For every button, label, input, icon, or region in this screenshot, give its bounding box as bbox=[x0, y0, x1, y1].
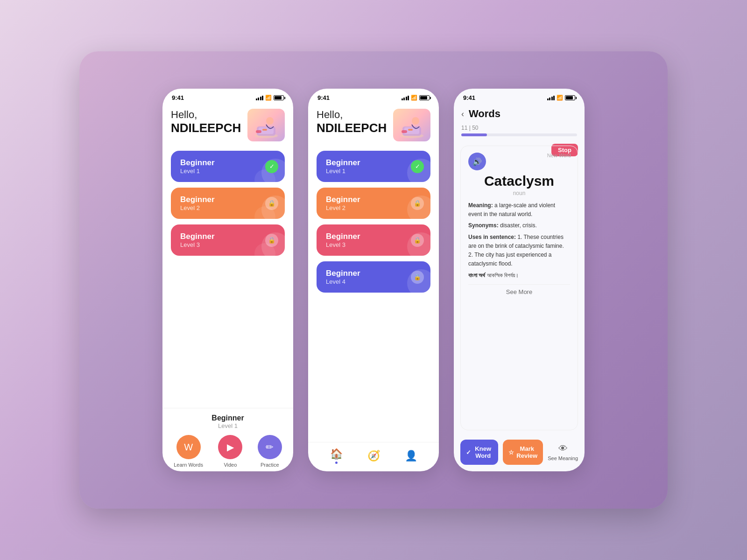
level-card-2-3[interactable]: Beginner Level 3 🔒 bbox=[317, 224, 430, 256]
username-1: NDILEEPCH bbox=[171, 121, 241, 135]
greeting-1: Hello, bbox=[171, 109, 241, 121]
progress-label: 11 | 50 bbox=[461, 125, 577, 131]
hello-section-2: Hello, NDILEEPCH bbox=[317, 109, 430, 141]
bottom-level-sub: Level 1 bbox=[166, 422, 289, 429]
level-title-2-2: Beginner bbox=[326, 195, 421, 204]
learn-words-btn[interactable]: W Learn Words bbox=[174, 435, 203, 468]
phone-1: 9:41 📶 Hello, NDILEEPCH bbox=[162, 89, 293, 471]
status-icons-3: 📶 bbox=[547, 95, 576, 101]
battery-icon-2 bbox=[419, 95, 430, 100]
svg-rect-10 bbox=[402, 130, 407, 133]
outer-card: 9:41 📶 Hello, NDILEEPCH bbox=[79, 51, 668, 509]
greeting-2: Hello, bbox=[317, 109, 387, 121]
see-meaning-button[interactable]: 👁 See Meaning bbox=[548, 443, 578, 461]
video-icon: ▶ bbox=[218, 435, 242, 459]
badge-1-3: 🔒 bbox=[265, 234, 278, 247]
back-button[interactable]: ‹ bbox=[461, 109, 464, 119]
username-2: NDILEEPCH bbox=[317, 121, 387, 135]
wifi-icon-2: 📶 bbox=[411, 95, 417, 101]
level-title-2-3: Beginner bbox=[326, 232, 421, 241]
status-icons-1: 📶 bbox=[256, 95, 284, 101]
progress-bar-fill bbox=[461, 133, 487, 136]
status-icons-2: 📶 bbox=[402, 95, 430, 101]
progress-bar-bg bbox=[461, 133, 577, 136]
status-time-3: 9:41 bbox=[463, 94, 475, 101]
badge-1-2: 🔒 bbox=[265, 197, 278, 210]
level-card-2-4[interactable]: Beginner Level 4 🔒 bbox=[317, 261, 430, 293]
learn-words-icon: W bbox=[176, 435, 201, 459]
practice-label: Practice bbox=[261, 462, 279, 468]
nav-profile[interactable]: 👤 bbox=[405, 450, 417, 462]
level-title-2-4: Beginner bbox=[326, 269, 421, 278]
video-btn[interactable]: ▶ Video bbox=[218, 435, 242, 468]
meaning-label: Meaning: bbox=[468, 202, 493, 209]
practice-btn[interactable]: ✏ Practice bbox=[258, 435, 282, 468]
level-card-2-1[interactable]: Beginner Level 1 ✓ bbox=[317, 151, 430, 182]
svg-point-3 bbox=[266, 117, 274, 125]
badge-2-3: 🔒 bbox=[411, 234, 424, 247]
level-title-1-1: Beginner bbox=[180, 158, 275, 168]
uses-label: Uses in sentence: bbox=[468, 234, 516, 240]
nav-active-dot bbox=[335, 462, 338, 464]
svg-rect-5 bbox=[262, 129, 267, 131]
main-word: Cataclysm bbox=[468, 173, 570, 189]
svg-rect-4 bbox=[256, 130, 261, 133]
knew-word-label: Knew Word bbox=[473, 445, 493, 459]
level-card-1-2[interactable]: Beginner Level 2 🔒 bbox=[171, 188, 285, 219]
hello-text-2: Hello, NDILEEPCH bbox=[317, 109, 387, 136]
phone-3: 9:41 📶 ‹ Words 11 | 50 Stop 🔊 bbox=[454, 89, 585, 471]
status-time-1: 9:41 bbox=[172, 94, 184, 101]
badge-2-4: 🔒 bbox=[411, 271, 424, 284]
word-card: 🔊 New Word Cataclysm noun Meaning: a lar… bbox=[460, 146, 578, 430]
action-buttons: W Learn Words ▶ Video ✏ Practice bbox=[166, 435, 289, 468]
word-pos: noun bbox=[468, 190, 570, 196]
mark-review-label: Mark Review bbox=[516, 445, 537, 459]
speaker-button[interactable]: 🔊 bbox=[468, 153, 486, 170]
level-card-1-3[interactable]: Beginner Level 3 🔒 bbox=[171, 224, 285, 256]
see-meaning-label: See Meaning bbox=[548, 455, 578, 461]
signal-icon-1 bbox=[256, 96, 264, 100]
status-bar-3: 9:41 📶 bbox=[454, 89, 585, 104]
status-time-2: 9:41 bbox=[317, 94, 330, 101]
battery-icon-3 bbox=[565, 95, 575, 100]
star-icon: ☆ bbox=[508, 449, 514, 456]
level-title-2-1: Beginner bbox=[326, 158, 421, 168]
level-title-1-3: Beginner bbox=[180, 232, 275, 241]
svg-rect-11 bbox=[408, 129, 413, 131]
eye-icon: 👁 bbox=[558, 443, 568, 454]
words-title: Words bbox=[469, 108, 500, 120]
learn-words-label: Learn Words bbox=[174, 462, 203, 468]
battery-icon-1 bbox=[274, 95, 284, 100]
badge-2-2: 🔒 bbox=[411, 197, 424, 210]
phone-2: 9:41 📶 Hello, NDILEEPCH bbox=[308, 89, 439, 471]
badge-1-1: ✓ bbox=[265, 160, 278, 173]
phone2-content: Hello, NDILEEPCH Beginner bbox=[308, 104, 439, 442]
hero-illustration-1 bbox=[247, 109, 285, 141]
new-word-label: New Word bbox=[547, 153, 571, 158]
nav-compass[interactable]: 🧭 bbox=[367, 450, 380, 462]
see-more-btn[interactable]: See More bbox=[468, 284, 570, 297]
wifi-icon-1: 📶 bbox=[265, 95, 272, 101]
knew-word-button[interactable]: ✓ Knew Word bbox=[460, 440, 498, 465]
bottom-nav-2: 🏠 🧭 👤 bbox=[308, 442, 439, 471]
mark-review-button[interactable]: ☆ Mark Review bbox=[503, 440, 543, 465]
word-header: ‹ Words bbox=[454, 104, 585, 125]
badge-2-1: ✓ bbox=[411, 160, 424, 173]
signal-icon-3 bbox=[547, 96, 555, 100]
level-title-1-2: Beginner bbox=[180, 195, 275, 204]
phone1-content: Hello, NDILEEPCH Beg bbox=[162, 104, 293, 408]
bottom-level-name: Beginner bbox=[166, 414, 289, 422]
practice-icon: ✏ bbox=[258, 435, 282, 459]
bottom-section-1: Beginner Level 1 W Learn Words ▶ Video ✏… bbox=[162, 408, 293, 471]
bangla-text: বাংলা অর্থ আকস্মিক বিপর্যয়। bbox=[468, 271, 570, 280]
check-icon: ✓ bbox=[466, 449, 471, 456]
word-actions: ✓ Knew Word ☆ Mark Review 👁 See Meaning bbox=[454, 435, 585, 471]
nav-home[interactable]: 🏠 bbox=[330, 448, 343, 464]
home-icon: 🏠 bbox=[330, 448, 343, 460]
status-bar-1: 9:41 📶 bbox=[162, 89, 293, 104]
progress-section: 11 | 50 bbox=[454, 125, 585, 140]
bangla-label: বাংলা অর্থ bbox=[468, 272, 485, 279]
hello-text-1: Hello, NDILEEPCH bbox=[171, 109, 241, 136]
level-card-2-2[interactable]: Beginner Level 2 🔒 bbox=[317, 188, 430, 219]
level-card-1-1[interactable]: Beginner Level 1 ✓ bbox=[171, 151, 285, 182]
